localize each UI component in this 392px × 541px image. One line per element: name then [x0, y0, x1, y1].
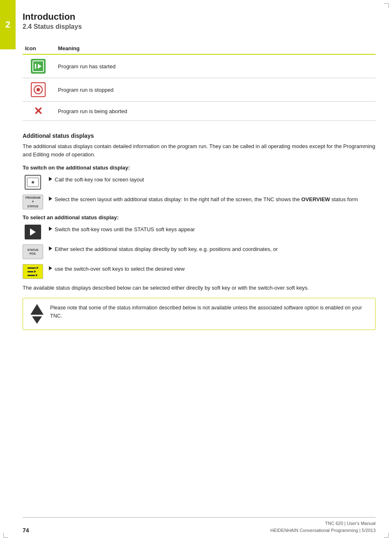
step-icon-arrow-right: [23, 225, 43, 239]
table-row: Program run has started: [23, 54, 376, 78]
chapter-number: 2: [5, 19, 10, 30]
plus-sign: +: [32, 200, 34, 204]
sw-arrow: [37, 267, 39, 269]
table-row: ✕ Program run is being aborted: [23, 102, 376, 121]
footer-product-line1: TNC 620 | User's Manual: [270, 520, 376, 527]
step-text-status-pos: Either select the additional status disp…: [49, 244, 376, 253]
page-number: 74: [23, 527, 29, 534]
sw-line-1: [28, 267, 39, 269]
col-header-meaning: Meaning: [55, 43, 376, 54]
step-text-screen: Call the soft-key row for screen layout: [49, 175, 376, 184]
screen-layout-icon: [25, 175, 41, 190]
note-box: Please note that some of the status info…: [23, 298, 376, 330]
step-arrow-icon: [49, 246, 52, 251]
additional-title: Additional status displays: [23, 132, 376, 139]
stop-circle: [34, 85, 43, 94]
corner-mark-br: [384, 533, 389, 538]
step-icon-status-pos: STATUS POS.: [23, 244, 43, 259]
meaning-cell-stop: Program run is stopped: [55, 78, 376, 102]
meaning-cell-abort: Program run is being aborted: [55, 102, 376, 121]
corner-mark-bl: [3, 533, 8, 538]
program-label: PROGRAM: [25, 196, 41, 200]
col-header-icon: Icon: [23, 43, 55, 54]
step-row-program-status: PROGRAM + STATUS Select the screen layou…: [23, 195, 376, 209]
step-text-arrow-right: Switch the soft-key rows until the STATU…: [49, 225, 376, 234]
status-label: STATUS: [28, 204, 39, 208]
step-arrow-icon: [49, 227, 52, 231]
footer-product-info: TNC 620 | User's Manual HEIDENHAIN Conve…: [270, 520, 376, 534]
select-label: To select an additional status display:: [23, 214, 376, 221]
sw-arrow: [36, 274, 38, 276]
step-row-status-pos: STATUS POS. Either select the additional…: [23, 244, 376, 259]
chapter-title: Introduction: [23, 12, 376, 22]
chapter-tab: 2: [0, 0, 16, 49]
sw-arrow: [34, 270, 36, 273]
play-icon-box: [31, 59, 46, 74]
sw-line-3: [28, 274, 39, 276]
play-arrow: [38, 64, 42, 69]
note-triangle-up: [30, 304, 44, 315]
footer: 74 TNC 620 | User's Manual HEIDENHAIN Co…: [23, 517, 376, 534]
step-text-program-status: Select the screen layout with additional…: [49, 195, 376, 204]
step-row-arrow-right: Switch the soft-key rows until the STATU…: [23, 225, 376, 239]
overview-bold: OVERVIEW: [301, 196, 330, 202]
switchover-softkey-icon: [23, 264, 43, 279]
sw-bar: [28, 267, 36, 269]
sw-bar: [28, 275, 35, 276]
step-icon-program-status: PROGRAM + STATUS: [23, 195, 43, 209]
main-content: Introduction 2.4 Status displays Icon Me…: [23, 0, 376, 330]
sw-bar: [28, 271, 33, 272]
step-arrow-icon: [49, 266, 52, 270]
play-icon-inner: [32, 60, 44, 72]
note-arrow-down: [32, 316, 42, 324]
footer-product-line2: HEIDENHAIN Conversational Programming | …: [270, 527, 376, 534]
step-icon-screen: [23, 175, 43, 190]
note-icon: [30, 304, 44, 324]
additional-body2: The available status displays described …: [23, 284, 376, 292]
stop-icon-box: [31, 82, 46, 97]
abort-x-icon: ✕: [34, 105, 43, 117]
icon-cell-stop: [23, 78, 55, 102]
program-status-softkey-icon: PROGRAM + STATUS: [23, 195, 43, 209]
meaning-cell-play: Program run has started: [55, 54, 376, 78]
step-arrow-icon: [49, 177, 52, 181]
step-arrow-icon: [49, 197, 52, 201]
status-text: STATUS: [28, 248, 39, 252]
switchover-lines: [28, 267, 39, 276]
arrow-right-softkey-icon: [25, 225, 41, 239]
note-text: Please note that some of the status info…: [50, 304, 369, 320]
step-icon-switchover: [23, 264, 43, 279]
section-title: 2.4 Status displays: [23, 23, 376, 30]
pos-text: POS.: [30, 252, 37, 255]
icon-cell-play: [23, 54, 55, 78]
switch-on-label: To switch on the additional status displ…: [23, 165, 376, 171]
step-text-switchover: use the switch-over soft keys to select …: [49, 264, 376, 273]
arrow-right-triangle: [30, 228, 36, 236]
step-row-screen: Call the soft-key row for screen layout: [23, 175, 376, 190]
corner-mark-tr: [384, 3, 389, 8]
play-bar: [35, 64, 36, 69]
additional-body: The additional status displays contain d…: [23, 142, 376, 159]
screen-dot: [32, 181, 34, 183]
icon-cell-abort: ✕: [23, 102, 55, 121]
stop-icon-inner: [32, 84, 44, 95]
step-row-switchover: use the switch-over soft keys to select …: [23, 264, 376, 279]
stop-circle-dot: [37, 88, 40, 91]
status-pos-softkey-icon: STATUS POS.: [23, 244, 43, 259]
status-icon-table: Icon Meaning Program run has started: [23, 43, 376, 121]
table-row: Program run is stopped: [23, 78, 376, 102]
screen-inner: [27, 178, 39, 187]
sw-line-2: [28, 270, 39, 273]
